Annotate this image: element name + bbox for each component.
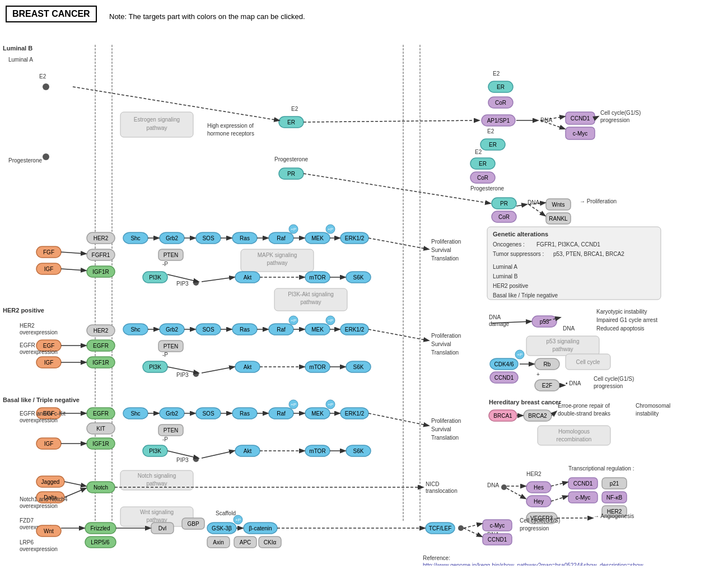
lrp56[interactable]: LRP5/6 [91,539,110,545]
s6k-1[interactable]: S6K [353,274,364,281]
cell-cycle-box[interactable]: Cell cycle [576,359,600,365]
apc[interactable]: APC [240,539,251,545]
er-lower[interactable]: ER [479,161,487,167]
ap1-sp1[interactable]: AP1/SP1 [487,118,510,124]
p21[interactable]: p21 [610,481,619,487]
shc-2[interactable]: Shc [130,327,140,333]
dvl[interactable]: Dvl [158,525,166,531]
shc-3[interactable]: Shc [130,411,140,417]
rb[interactable]: Rb [544,361,551,367]
ccnd1-notch[interactable]: CCND1 [573,481,593,487]
ras-3[interactable]: Ras [240,411,250,417]
egfr-her2[interactable]: EGFR [93,343,109,349]
frizzled[interactable]: Frizzled [90,525,110,531]
fgf-1[interactable]: FGF [43,249,54,255]
s6k-3[interactable]: S6K [353,448,364,454]
c-myc-notch[interactable]: c-Myc [576,495,591,501]
ras-2[interactable]: Ras [240,327,250,333]
s6k-2[interactable]: S6K [353,364,364,370]
erk12-1[interactable]: ERK1/2 [345,235,365,241]
her2-1[interactable]: HER2 [94,235,109,241]
ccnd1-wnt[interactable]: CCND1 [488,537,507,543]
cor-pr[interactable]: CoR [498,214,510,220]
cor-top[interactable]: CoR [495,100,506,106]
igf1r-2[interactable]: IGF1R [92,360,109,366]
tcf-lef[interactable]: TCF/LEF [429,525,452,531]
mek-3[interactable]: MEK [311,411,324,417]
igf-basal[interactable]: IGF [44,441,54,447]
notch-pathway-label[interactable]: Notch signaling [138,473,176,479]
sos-2[interactable]: SOS [202,327,214,333]
cdk46[interactable]: CDK4/6 [494,361,514,367]
erk12-3[interactable]: ERK1/2 [345,411,365,417]
shc-1[interactable]: Shc [130,235,140,241]
jagged[interactable]: Jagged [41,479,60,485]
p53-pathway-label[interactable]: p53 signaling [547,338,580,344]
akt-3[interactable]: Akt [244,448,252,454]
kit[interactable]: KIT [96,426,105,432]
hey[interactable]: Hey [534,498,544,505]
pten-3[interactable]: PTEN [164,427,179,433]
pr-center[interactable]: PR [287,171,295,177]
grb2-1[interactable]: Grb2 [166,235,179,241]
sos-3[interactable]: SOS [202,411,214,417]
hes[interactable]: Hes [534,484,544,491]
pr-right[interactable]: PR [500,200,508,207]
ras-1[interactable]: Ras [240,235,250,241]
reference-url[interactable]: http://www.genome.jp/kegg-bin/show_pathw… [423,562,643,566]
mtor-2[interactable]: mTOR [309,364,325,370]
pten-1[interactable]: PTEN [164,252,179,258]
estrogen-pathway-label[interactable]: Estrogen signaling [134,116,180,123]
mtor-1[interactable]: mTOR [309,274,325,281]
brca2[interactable]: BRCA2 [528,413,547,419]
mtor-3[interactable]: mTOR [309,448,325,454]
wnt[interactable]: Wnt [44,528,54,534]
er-center[interactable]: ER [287,119,295,125]
rankl[interactable]: RANKL [549,216,568,222]
raf-3[interactable]: Raf [277,411,286,417]
sos-1[interactable]: SOS [202,235,214,241]
ccnd1-top[interactable]: CCND1 [571,115,590,122]
notch[interactable]: Notch [94,484,108,491]
erk12-2[interactable]: ERK1/2 [345,327,365,333]
e2f[interactable]: E2F [542,383,552,389]
raf-2[interactable]: Raf [277,327,286,333]
grb2-2[interactable]: Grb2 [166,327,179,333]
mapk-pathway-label[interactable]: MAPK signaling [258,252,297,258]
igf-1[interactable]: IGF [44,266,54,272]
ccnd1-cell[interactable]: CCND1 [494,375,514,381]
pi3k-2[interactable]: PI3K [149,364,161,370]
mek-1[interactable]: MEK [311,235,324,241]
nf-kb[interactable]: NF-κB [606,495,623,501]
axin[interactable]: Axin [213,539,223,545]
igf1r-1[interactable]: IGF1R [92,269,109,275]
pi3k-1[interactable]: PI3K [149,274,161,281]
pi3k-3[interactable]: PI3K [149,448,161,454]
pten-2[interactable]: PTEN [164,343,179,349]
igf1r-3[interactable]: IGF1R [92,441,109,447]
c-myc-wnt[interactable]: c-Myc [490,523,505,529]
egfr-basal[interactable]: EGFR [93,411,109,417]
egf-her2[interactable]: EGF [43,343,55,349]
ckia[interactable]: CKIα [264,539,277,545]
er-top-right[interactable]: ER [497,84,505,90]
beta-catenin[interactable]: β-catenin [249,525,272,531]
cor-lower[interactable]: CoR [477,175,488,181]
wnts[interactable]: Wnts [552,202,565,208]
c-myc-top[interactable]: c-Myc [573,130,588,137]
gbp[interactable]: GBP [187,521,199,527]
er-middle-right[interactable]: ER [489,142,497,148]
mek-2[interactable]: MEK [311,327,324,333]
fgfr1[interactable]: FGFR1 [92,252,110,258]
akt-1[interactable]: Akt [244,274,252,281]
homologous-recombination-label[interactable]: Homologous [558,428,590,435]
akt-2[interactable]: Akt [244,364,252,370]
brca1[interactable]: BRCA1 [493,413,512,419]
pi3k-pathway-label[interactable]: PI3K-Akt signaling [288,291,334,297]
gsk3b[interactable]: GSK-3β [212,525,232,531]
igf-her2[interactable]: IGF [44,360,54,366]
wnt-pathway-label[interactable]: Wnt signaling [140,509,174,515]
raf-1[interactable]: Raf [277,235,286,241]
her2-2[interactable]: HER2 [94,328,109,334]
grb2-3[interactable]: Grb2 [166,411,179,417]
